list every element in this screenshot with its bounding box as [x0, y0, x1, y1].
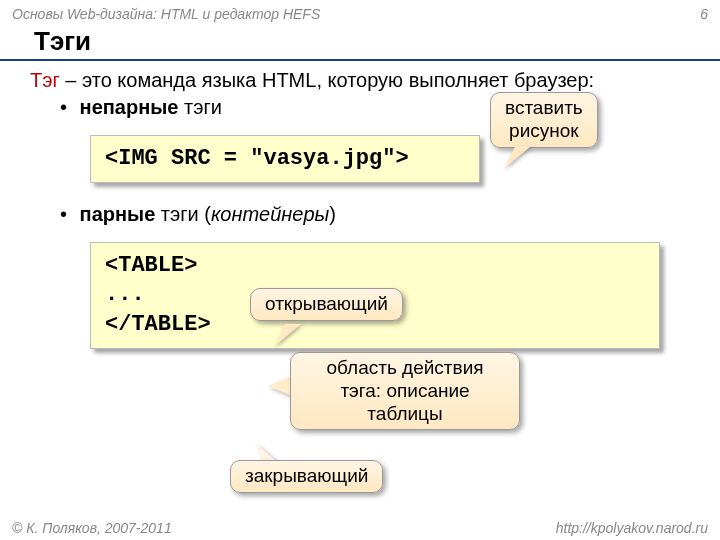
definition-line: Тэг – это команда языка HTML, которую вы… [30, 67, 690, 94]
slide-title: Тэги [0, 22, 720, 61]
term: Тэг [30, 69, 60, 91]
bullet-2: • парные тэги (контейнеры) [30, 201, 690, 228]
callout-insert-image: вставить рисунок [490, 92, 598, 148]
bullet2-italic: контейнеры [211, 203, 329, 225]
slide-header: Основы Web-дизайна: HTML и редактор HEFS… [0, 0, 720, 22]
definition-rest: – это команда языка HTML, которую выполн… [60, 69, 594, 91]
bullet-dot-icon: • [60, 201, 74, 228]
footer-right: http://kpolyakov.narod.ru [556, 520, 708, 536]
header-left: Основы Web-дизайна: HTML и редактор HEFS [12, 6, 320, 22]
bullet2-rest: тэги ( [155, 203, 211, 225]
callout-closing: закрывающий [230, 460, 383, 493]
slide-footer: © К. Поляков, 2007-2011 http://kpolyakov… [0, 520, 720, 536]
page-number: 6 [700, 6, 708, 22]
bullet2-bold: парные [80, 203, 156, 225]
bullet1-bold: непарные [80, 96, 179, 118]
callout-tail-icon [268, 376, 292, 396]
bullet-dot-icon: • [60, 94, 74, 121]
callout-opening: открывающий [250, 288, 403, 321]
bullet1-rest: тэги [178, 96, 221, 118]
callout-scope: область действия тэга: описание таблицы [290, 352, 520, 430]
footer-left: © К. Поляков, 2007-2011 [12, 520, 172, 536]
bullet2-close: ) [329, 203, 336, 225]
code-block-img: <IMG SRC = "vasya.jpg"> [90, 135, 480, 183]
